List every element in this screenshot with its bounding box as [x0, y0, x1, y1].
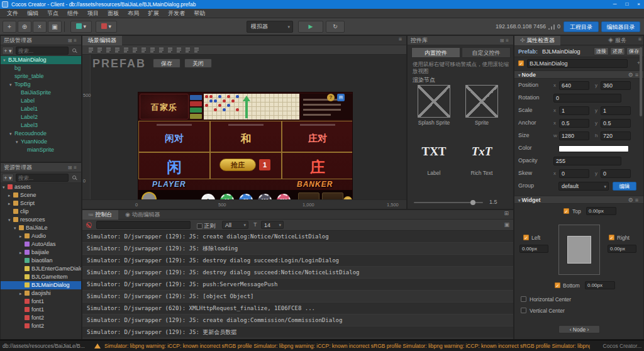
- value-field[interactable]: 255: [553, 157, 621, 165]
- scale-tool[interactable]: ×: [33, 21, 47, 33]
- open-editor-dir-button[interactable]: 编辑器目录: [601, 21, 640, 32]
- menu-item[interactable]: 节点: [43, 9, 63, 18]
- console-dock-icon[interactable]: ▣: [504, 221, 509, 228]
- vertical-center-checkbox[interactable]: [521, 308, 526, 313]
- component-nav-pill[interactable]: ‹ Node ›: [558, 325, 600, 333]
- value-field[interactable]: 0: [559, 169, 589, 178]
- bet-zone-player[interactable]: 闲: [138, 152, 210, 179]
- log-row[interactable]: Simulator: D/jswrapper (129): JS: 更新会员数据: [82, 326, 513, 338]
- widget-right-field[interactable]: 0.00px: [608, 245, 636, 253]
- value-field[interactable]: 0: [601, 169, 631, 178]
- widget-right-checkbox[interactable]: ✓: [609, 235, 614, 240]
- hierarchy-tree-node[interactable]: Label2: [1, 113, 81, 121]
- hierarchy-tree-node[interactable]: Label3: [1, 121, 81, 130]
- move-tool[interactable]: +: [3, 21, 16, 33]
- panel-menu-icon[interactable]: ≡: [399, 36, 404, 42]
- align-icon[interactable]: [193, 47, 200, 53]
- minimize-button[interactable]: ─: [613, 0, 617, 9]
- color-swatch[interactable]: [558, 145, 629, 152]
- log-row[interactable]: Simulator: D/jswrapper (129): JS: 移除load…: [82, 243, 513, 255]
- asset-tree-node[interactable]: font1: [1, 298, 81, 306]
- prefab-close-button[interactable]: 关闭: [184, 58, 212, 68]
- log-row[interactable]: Simulator: D/jswrapper (129): JS: [objec…: [82, 291, 513, 303]
- value-field[interactable]: 1: [601, 106, 631, 115]
- assets-search-input[interactable]: [16, 174, 69, 182]
- tab-builtin-controls[interactable]: 内置控件: [411, 47, 460, 58]
- node-name-field[interactable]: BJLMainDialog: [527, 59, 628, 68]
- prefab-revert-button[interactable]: 还原: [610, 47, 625, 55]
- asset-tree-node[interactable]: ▸daojishi: [1, 289, 81, 298]
- asset-tree-node[interactable]: ▸Scene: [1, 191, 81, 199]
- icon-size-slider-handle[interactable]: [470, 200, 475, 205]
- panel-menu-icon[interactable]: ≡: [74, 38, 79, 43]
- preview-target-select[interactable]: 模拟器▾: [247, 21, 293, 33]
- menu-item[interactable]: 面板: [103, 9, 123, 18]
- tab-properties[interactable]: ✣ 属性检查器: [514, 36, 560, 45]
- log-row[interactable]: Simulator: D/jswrapper (620): XMLHttpReq…: [82, 303, 513, 315]
- menu-item[interactable]: 开发者: [164, 9, 189, 18]
- prefab-connect-button[interactable]: 连接: [594, 47, 609, 55]
- sprite-control-icon[interactable]: [465, 85, 498, 118]
- dock-icon[interactable]: ⊞: [68, 165, 74, 170]
- asset-tree-node[interactable]: ▾assets: [1, 183, 81, 191]
- panel-menu-icon[interactable]: ⊞: [504, 210, 511, 216]
- align-icon[interactable]: [158, 47, 165, 53]
- hierarchy-tree-node[interactable]: ▾YuanNode: [1, 138, 81, 146]
- tab-console[interactable]: ≔ 控制台: [82, 210, 118, 220]
- hierarchy-tree-node[interactable]: Label1: [1, 105, 81, 113]
- menu-item[interactable]: 扩展: [143, 9, 164, 18]
- align-icon[interactable]: [149, 47, 156, 53]
- align-icon[interactable]: [123, 47, 130, 53]
- tab-scene-editor[interactable]: 场景编辑器: [82, 36, 122, 45]
- rect-tool[interactable]: ▣: [48, 21, 62, 33]
- widget-bottom-checkbox[interactable]: ✓: [555, 282, 560, 288]
- log-row[interactable]: Simulator: D/jswrapper (129): JS: create…: [82, 231, 513, 243]
- value-field[interactable]: 0: [553, 94, 621, 103]
- dock-icon[interactable]: ⊞: [500, 38, 506, 43]
- gizmo-anchor-button[interactable]: ▾: [96, 21, 117, 33]
- asset-tree-node[interactable]: font2: [1, 314, 81, 322]
- hierarchy-tree-node[interactable]: ▾BJLMainDialog: [1, 56, 81, 64]
- asset-tree-node[interactable]: ▸baijiale: [1, 248, 81, 257]
- prefab-save-button[interactable]: 保存: [153, 58, 180, 68]
- asset-tree-node[interactable]: font1: [1, 306, 81, 314]
- hierarchy-tree-node[interactable]: Label: [1, 97, 81, 105]
- widget-top-checkbox[interactable]: ✓: [564, 208, 569, 214]
- hierarchy-tree-node[interactable]: ▾TopBg: [1, 81, 81, 89]
- align-icon[interactable]: [114, 47, 121, 53]
- grab-banker-button[interactable]: 抢庄: [219, 159, 256, 171]
- hierarchy-search-input[interactable]: [16, 47, 69, 55]
- create-node-button[interactable]: + ▾: [2, 47, 14, 55]
- menu-item[interactable]: 布局: [123, 9, 143, 18]
- group-edit-button[interactable]: 编辑: [613, 182, 636, 191]
- regex-checkbox[interactable]: [197, 223, 203, 229]
- tab-services[interactable]: ◈ 服务: [602, 36, 632, 45]
- gear-icon[interactable]: ⚙: [628, 197, 635, 203]
- game-menu-icon[interactable]: ▤: [337, 94, 345, 101]
- log-row[interactable]: Simulator: D/jswrapper (129): JS: destro…: [82, 255, 513, 267]
- widget-left-checkbox[interactable]: ✓: [523, 235, 529, 240]
- hierarchy-tree-node[interactable]: sprite_table: [1, 72, 81, 81]
- panel-menu-icon[interactable]: ≡: [506, 38, 511, 43]
- bet-zone-player-pair[interactable]: 闲对: [138, 121, 210, 152]
- asset-tree-node[interactable]: ▾BaiJiaLe: [1, 224, 81, 232]
- bet-zone-banker[interactable]: 庄: [282, 152, 353, 179]
- asset-tree-node[interactable]: font2: [1, 322, 81, 330]
- close-button[interactable]: ×: [637, 0, 640, 9]
- asset-tree-node[interactable]: ▸Audio: [1, 232, 81, 240]
- align-icon[interactable]: [167, 47, 174, 53]
- align-icon[interactable]: [184, 47, 191, 53]
- menu-item[interactable]: 帮助: [189, 9, 209, 18]
- asset-tree-node[interactable]: BJLMainDialog: [1, 281, 81, 289]
- value-field[interactable]: 1280: [559, 131, 589, 140]
- asset-tree-node[interactable]: biaotilan: [1, 257, 81, 265]
- widget-top-field[interactable]: 0.00px: [586, 207, 616, 215]
- panel-menu-icon[interactable]: ≡: [74, 165, 79, 170]
- open-project-dir-button[interactable]: 工程目录: [564, 21, 599, 32]
- align-icon[interactable]: [96, 47, 103, 53]
- scene-canvas[interactable]: 5000 PREFAB 保存 关闭 百家乐: [82, 55, 406, 201]
- asset-tree-node[interactable]: ▾resources: [1, 216, 81, 224]
- bet-zone-tie[interactable]: 和: [210, 121, 282, 152]
- panel-menu-icon[interactable]: ≡: [638, 36, 641, 42]
- asset-tree-node[interactable]: ▸Script: [1, 199, 81, 208]
